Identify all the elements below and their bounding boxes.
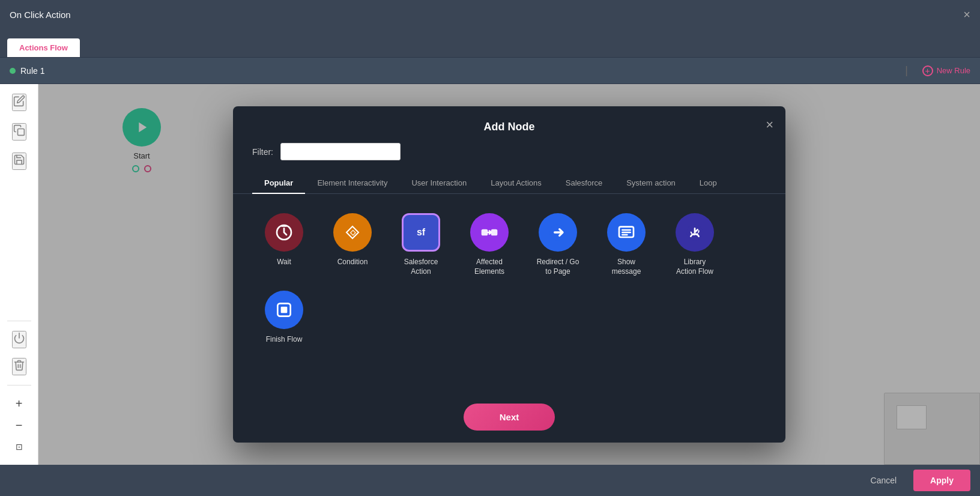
tab-salesforce[interactable]: Salesforce <box>554 172 614 193</box>
zoom-in-button[interactable]: + <box>11 395 28 412</box>
tab-loop[interactable]: Loop <box>688 172 729 193</box>
modal-header: Add Node × <box>233 106 785 143</box>
modal-overlay: Add Node × Filter: Popular Element Inter… <box>38 84 980 465</box>
window-close-button[interactable]: × <box>963 8 970 20</box>
affected-elements-icon <box>470 213 509 252</box>
svg-text:◇: ◇ <box>349 228 356 237</box>
svg-rect-17 <box>281 307 288 313</box>
delete-icon[interactable] <box>12 358 26 375</box>
modal-close-button[interactable]: × <box>766 118 773 132</box>
filter-label: Filter: <box>252 147 273 157</box>
finish-flow-label: Finish Flow <box>266 335 303 345</box>
redirect-icon <box>539 213 577 252</box>
apply-button[interactable]: Apply <box>913 470 970 491</box>
salesforce-label: SalesforceAction <box>404 258 438 276</box>
zoom-out-button[interactable]: − <box>11 417 28 434</box>
new-rule-label: New Rule <box>937 66 970 75</box>
library-action-flow-label: LibraryAction Flow <box>676 258 713 276</box>
edit-icon[interactable] <box>12 94 26 111</box>
svg-rect-9 <box>491 229 498 236</box>
show-message-label: Showmessage <box>612 258 641 276</box>
node-grid: Wait ◇ Condition <box>233 194 785 364</box>
fit-view-button[interactable]: ⊡ <box>11 438 28 455</box>
redirect-label: Redirect / Goto Page <box>537 258 579 276</box>
top-bar: On Click Action × <box>0 0 980 29</box>
tab-layout-actions[interactable]: Layout Actions <box>479 172 554 193</box>
modal-tabs: Popular Element Interactivity User Inter… <box>233 172 785 194</box>
node-salesforce[interactable]: sf SalesforceAction <box>394 213 448 276</box>
condition-label: Condition <box>337 258 368 267</box>
window-title: On Click Action <box>10 10 71 20</box>
new-rule-button[interactable]: + New Rule <box>922 65 970 76</box>
next-button[interactable]: Next <box>464 404 555 431</box>
left-sidebar: + − ⊡ <box>0 84 38 465</box>
sidebar-bottom: + − ⊡ <box>7 321 31 455</box>
node-library-action-flow[interactable]: LibraryAction Flow <box>668 213 722 276</box>
node-condition[interactable]: ◇ Condition <box>325 213 380 267</box>
condition-icon: ◇ <box>333 213 372 252</box>
canvas-area: Start Add Node × Filter: <box>38 84 980 465</box>
wait-label: Wait <box>277 258 291 267</box>
tab-bar: Actions Flow <box>0 29 980 58</box>
sidebar-divider <box>7 321 31 321</box>
rule-label: Rule 1 <box>20 66 44 76</box>
finish-flow-icon <box>265 291 303 329</box>
node-finish-flow[interactable]: Finish Flow <box>257 291 311 345</box>
new-rule-plus-icon: + <box>922 65 933 76</box>
node-affected-elements[interactable]: AffectedElements <box>462 213 516 276</box>
svg-rect-4 <box>281 225 288 227</box>
show-message-icon <box>607 213 646 252</box>
rule-bar: Rule 1 | + New Rule <box>0 58 980 84</box>
filter-row: Filter: <box>233 143 785 172</box>
save-icon[interactable] <box>12 153 26 170</box>
tab-popular[interactable]: Popular <box>252 172 305 193</box>
power-icon[interactable] <box>12 331 26 348</box>
salesforce-icon: sf <box>402 213 440 252</box>
zoom-controls: + − ⊡ <box>11 395 28 455</box>
svg-rect-0 <box>17 129 24 136</box>
svg-rect-8 <box>482 229 488 236</box>
tab-actions-flow[interactable]: Actions Flow <box>7 38 80 57</box>
sidebar-divider-2 <box>7 385 31 386</box>
divider-icon: | <box>905 64 908 77</box>
library-action-flow-icon <box>676 213 714 252</box>
copy-icon[interactable] <box>12 123 26 141</box>
filter-input[interactable] <box>280 143 401 160</box>
wait-icon <box>265 213 303 252</box>
modal-title: Add Node <box>484 121 535 133</box>
rule-status-dot <box>10 68 16 74</box>
node-show-message[interactable]: Showmessage <box>599 213 653 276</box>
affected-elements-label: AffectedElements <box>474 258 504 276</box>
bottom-bar: Cancel Apply <box>0 465 980 496</box>
tab-user-interaction[interactable]: User Interaction <box>399 172 479 193</box>
main-area: + − ⊡ Start <box>0 84 980 465</box>
tab-system-action[interactable]: System action <box>614 172 688 193</box>
modal-footer: Next <box>233 392 785 443</box>
add-node-modal: Add Node × Filter: Popular Element Inter… <box>233 106 785 443</box>
node-wait[interactable]: Wait <box>257 213 311 267</box>
node-redirect[interactable]: Redirect / Goto Page <box>531 213 585 276</box>
tab-element-interactivity[interactable]: Element Interactivity <box>305 172 399 193</box>
cancel-button[interactable]: Cancel <box>861 471 907 490</box>
